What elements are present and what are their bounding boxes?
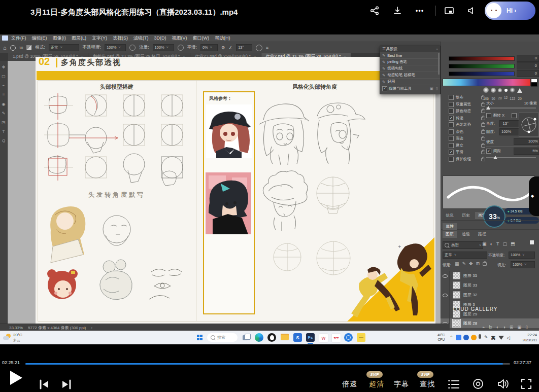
preset-item[interactable]: ✎好用 <box>380 79 440 85</box>
filter-adjustment-icon[interactable]: ◐ <box>490 241 493 246</box>
blend-mode-select[interactable]: 正常 <box>49 44 79 51</box>
brush-setting-row[interactable]: 画笔笔势 <box>449 122 485 128</box>
brush-angle-input[interactable]: 13° <box>236 44 252 51</box>
cpu-temp-widget[interactable]: 48°CCPU <box>437 333 445 342</box>
play-button[interactable] <box>10 371 22 385</box>
brush-setting-row[interactable]: 湿边 <box>449 135 485 141</box>
delete-layer-icon[interactable]: ▯ <box>525 325 528 330</box>
app-tct-icon[interactable]: TCT <box>331 333 341 343</box>
preset-item[interactable]: ✎Best line <box>380 52 440 59</box>
layer-mask-icon[interactable]: ◐ <box>496 325 499 330</box>
tab-channels[interactable]: 通道 <box>459 231 473 238</box>
color-slider-green[interactable] <box>449 64 515 68</box>
symmetry-icon[interactable]: ⌗ <box>266 45 268 51</box>
playlist-icon[interactable] <box>448 379 460 392</box>
preset-item[interactable]: ✎动态铅笔 起稿笔 <box>380 72 440 79</box>
clock[interactable]: 22:242023/3/11 <box>516 333 537 343</box>
progress-track[interactable] <box>25 363 510 365</box>
layer-thumbnail[interactable] <box>453 291 460 299</box>
brush-tip-picker[interactable]: 106 50 28 12 122 20 <box>483 87 539 98</box>
hardness-value[interactable]: 100% <box>514 138 539 145</box>
menu-view[interactable]: 视图(V) <box>172 35 187 42</box>
adjustment-layer-icon[interactable]: ◑ <box>503 325 506 330</box>
app-s-icon[interactable]: S <box>293 333 302 342</box>
link-layers-icon[interactable]: ⌁ <box>482 325 485 330</box>
new-layer-icon[interactable]: ▣ <box>517 325 521 330</box>
share-icon[interactable] <box>369 5 380 16</box>
app-w-icon[interactable]: w <box>319 333 328 343</box>
preset-item[interactable]: ✎peiling 画笔 <box>380 59 440 65</box>
layer-effects-icon[interactable]: fx <box>489 325 492 330</box>
zoom-level[interactable]: 33.33% <box>9 326 23 330</box>
brush-angle-dial[interactable] <box>519 113 539 137</box>
volume-button[interactable] <box>496 378 510 392</box>
color-slider-blue[interactable] <box>449 72 515 76</box>
layer-filter-select[interactable]: 类型˅ <box>443 241 483 249</box>
size-slider[interactable] <box>486 108 536 109</box>
tab-info[interactable]: 信息 <box>443 212 457 219</box>
visibility-eye-icon[interactable] <box>443 273 448 278</box>
color-spectrum-ramp[interactable] <box>443 79 531 86</box>
flip-x-checkbox[interactable]: 翻转 X <box>486 113 504 119</box>
brush-setting-row[interactable]: 平滑 <box>449 149 485 155</box>
sound-notice-icon[interactable] <box>466 5 477 16</box>
current-tool-only-checkbox[interactable] <box>382 86 387 91</box>
tab-paths[interactable]: 路径 <box>475 231 489 238</box>
crop-tool-icon[interactable]: ⌗ <box>3 92 5 97</box>
menu-help[interactable]: 帮助(H) <box>215 35 230 42</box>
spacing-value[interactable]: 5% <box>514 148 539 155</box>
zoom-tool-icon[interactable]: Q <box>2 138 5 143</box>
brush-setting-row[interactable]: 颜色动态 <box>449 108 485 114</box>
layer-thumbnail[interactable] <box>453 272 460 279</box>
brush-panel-toggle-icon[interactable] <box>26 45 31 50</box>
preset-item[interactable]: ✎线稿勾线 <box>380 65 440 72</box>
filter-shape-icon[interactable]: ▢ <box>502 241 507 246</box>
task-view-button[interactable] <box>243 334 250 341</box>
pressure-opacity-icon[interactable] <box>129 45 136 51</box>
layer-opacity-value[interactable]: 100% <box>509 252 535 259</box>
flow-select[interactable]: 100% <box>153 44 174 51</box>
brush-setting-row[interactable]: 杂色 <box>449 129 485 135</box>
new-group-icon[interactable]: ⊞ <box>510 325 513 330</box>
subtitles-button[interactable]: 字幕 <box>394 380 409 389</box>
tray-mic-icon[interactable] <box>479 334 481 339</box>
weather-temp[interactable]: 20°C <box>13 333 22 337</box>
picture-in-picture-icon[interactable] <box>444 5 455 16</box>
eyedropper-tool-icon[interactable]: ◉ <box>2 102 6 106</box>
menu-filter[interactable]: 滤镜(T) <box>133 35 149 42</box>
filter-image-icon[interactable]: ▣ <box>482 241 487 246</box>
wifi-icon[interactable] <box>498 336 504 340</box>
menu-file[interactable]: 文件(F) <box>11 35 26 42</box>
visibility-eye-icon[interactable] <box>443 293 448 298</box>
tool-presets-panel[interactable]: 工具预设 ≡ ✎Best line ✎peiling 画笔 ✎线稿勾线 ✎动态铅… <box>380 46 441 94</box>
lock-artboard-icon[interactable]: ⊞ <box>476 261 480 266</box>
home-icon[interactable]: ⌂ <box>3 45 7 51</box>
menu-type[interactable]: 文字(Y) <box>92 35 107 42</box>
playback-speed-button[interactable]: 倍速 <box>342 380 357 389</box>
tab-layers[interactable]: 图层 <box>443 231 457 238</box>
fullscreen-button[interactable] <box>521 378 532 391</box>
start-button[interactable] <box>197 335 203 341</box>
user-avatar-pill[interactable]: Hi › <box>485 2 535 20</box>
tray-lock-icon[interactable] <box>456 335 461 340</box>
brush-setting-row[interactable]: 建立 <box>449 142 485 149</box>
ps-toolbox[interactable]: ✥ ▢ ⌁ ⌗ ◉ ✎ ◳ T Q <box>0 61 8 328</box>
sticky-notes-icon[interactable] <box>357 333 365 342</box>
status-chevron-icon[interactable]: › <box>91 326 92 330</box>
floating-side-handle[interactable]: ◆ <box>529 176 539 216</box>
lock-transparent-icon[interactable]: ▦ <box>455 261 459 266</box>
type-tool-icon[interactable]: T <box>3 129 5 134</box>
red-value[interactable]: 0 <box>517 55 539 62</box>
move-tool-icon[interactable]: ✥ <box>2 65 6 69</box>
record-settings-icon[interactable] <box>472 378 484 392</box>
brush-tool-icon[interactable]: ✎ <box>2 111 6 116</box>
filter-type-icon[interactable]: T <box>496 241 499 246</box>
tab-history[interactable]: 历史 <box>459 212 473 219</box>
brush-tip-icon[interactable] <box>10 45 16 51</box>
photoshop-taskbar-icon[interactable]: Ps <box>306 333 315 342</box>
layer-thumbnail[interactable] <box>453 281 460 289</box>
layer-row[interactable]: 图层 33 <box>441 280 539 290</box>
app-blue-circle-icon[interactable] <box>344 333 353 342</box>
smoothing-gear-icon[interactable]: ⚙ <box>221 45 225 50</box>
volume-icon[interactable]: ◁ <box>507 335 510 340</box>
